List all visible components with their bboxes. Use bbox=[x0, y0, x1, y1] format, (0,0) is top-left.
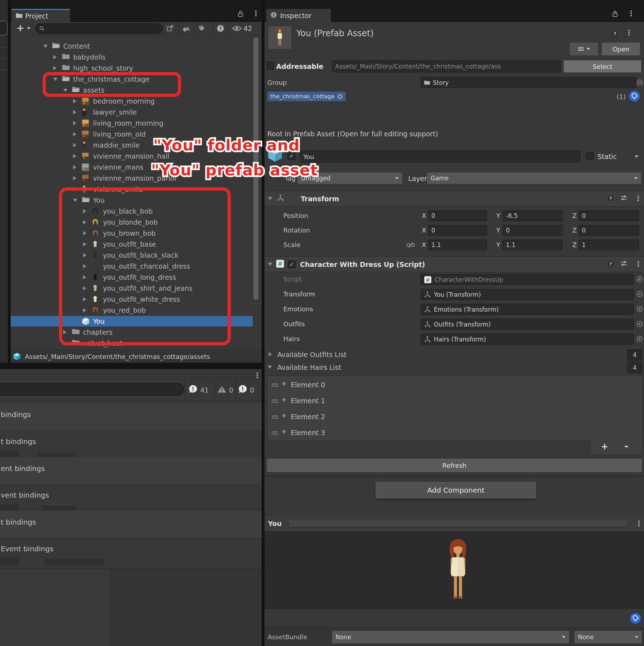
hairs-list-count[interactable]: 4 bbox=[627, 362, 642, 373]
tree-row[interactable]: assets bbox=[11, 85, 253, 95]
foldout-open-icon[interactable] bbox=[53, 78, 58, 81]
object-pick-icon[interactable] bbox=[636, 335, 643, 344]
preview-drag-handle[interactable] bbox=[289, 521, 627, 526]
foldout-closed-icon[interactable] bbox=[83, 209, 86, 213]
tree-row[interactable]: you_outfit_long_dress bbox=[11, 272, 253, 283]
console-log-entry[interactable]: vent bindings bbox=[0, 484, 262, 511]
foldout-closed-icon[interactable] bbox=[83, 297, 86, 301]
list-element-row[interactable]: Element 0 bbox=[267, 379, 642, 392]
foldout-closed-icon[interactable] bbox=[283, 429, 286, 434]
layer-dropdown[interactable]: Game bbox=[427, 173, 641, 184]
tree-row[interactable]: living_room_old bbox=[11, 129, 253, 139]
gameobject-active-checkbox[interactable]: ✓ bbox=[288, 152, 295, 160]
tree-row[interactable]: you_outfit_black_slack bbox=[11, 250, 253, 261]
group-pick-icon[interactable] bbox=[637, 79, 643, 87]
list-view-button[interactable] bbox=[570, 43, 598, 55]
foldout-icon[interactable] bbox=[268, 197, 272, 200]
component-kebab-icon[interactable]: ⋮ bbox=[634, 261, 642, 268]
list-remove-button[interactable]: - bbox=[624, 441, 628, 451]
foldout-closed-icon[interactable] bbox=[283, 382, 286, 386]
foldout-closed-icon[interactable] bbox=[73, 187, 76, 191]
list-element-row[interactable]: Element 2 bbox=[267, 411, 642, 423]
foldout-closed-icon[interactable] bbox=[83, 286, 86, 290]
select-button[interactable]: Select bbox=[564, 60, 641, 72]
help-icon[interactable]: ? bbox=[611, 30, 618, 38]
foldout-closed-icon[interactable] bbox=[83, 308, 86, 312]
error-count-button[interactable]: 0 bbox=[238, 385, 254, 395]
tree-row[interactable]: you_brown_bob bbox=[11, 228, 253, 239]
gameobject-name-field[interactable]: You bbox=[300, 150, 580, 163]
console-search-input[interactable] bbox=[0, 383, 184, 396]
assetbundle-variant-dropdown[interactable]: None bbox=[574, 631, 642, 644]
axis-field[interactable]: 0 bbox=[503, 225, 563, 236]
object-pick-icon[interactable] bbox=[636, 321, 643, 329]
refresh-button[interactable]: Refresh bbox=[267, 459, 642, 472]
info-count-button[interactable]: 41 bbox=[188, 385, 209, 395]
axis-field[interactable]: 0 bbox=[579, 210, 639, 221]
tree-row[interactable]: vivienne_mans bbox=[11, 162, 253, 173]
console-log-entry[interactable]: ent bindings bbox=[0, 457, 262, 484]
addressable-path-field[interactable]: Assets/_Main/Story/Content/the_christmas… bbox=[332, 60, 561, 72]
tree-row[interactable]: high_school_story bbox=[11, 63, 253, 73]
foldout-closed-icon[interactable] bbox=[83, 220, 86, 224]
asset-kebab-icon[interactable]: ⋮ bbox=[625, 29, 633, 37]
label-chip[interactable]: the_christmas_cottage bbox=[267, 92, 346, 101]
foldout-closed-icon[interactable] bbox=[73, 143, 76, 147]
console-log-entry[interactable]: bindings bbox=[0, 403, 262, 430]
tree-row[interactable]: bedroom_morning bbox=[11, 96, 253, 106]
help-icon[interactable]: ? bbox=[607, 195, 614, 203]
open-button[interactable]: Open bbox=[602, 43, 640, 55]
tree-row[interactable]: vivienne_mansion_parlor bbox=[11, 173, 253, 184]
broken-link-icon[interactable] bbox=[406, 242, 415, 250]
object-reference-field[interactable]: Emotions (Transform) bbox=[421, 304, 634, 315]
object-pick-icon[interactable] bbox=[636, 276, 643, 284]
project-scrollbar[interactable] bbox=[253, 37, 258, 300]
object-reference-field[interactable]: You (Transform) bbox=[421, 289, 634, 300]
list-element-row[interactable]: Element 1 bbox=[267, 395, 642, 407]
foldout-open-icon[interactable] bbox=[43, 45, 48, 48]
tree-row[interactable]: you_outfit_charcoal_dress bbox=[11, 261, 253, 272]
component-kebab-icon[interactable]: ⋮ bbox=[634, 195, 642, 202]
tree-row[interactable]: Content bbox=[11, 41, 253, 51]
outfits-list-count[interactable]: 4 bbox=[627, 349, 642, 361]
foldout-icon[interactable] bbox=[269, 352, 272, 356]
preview-header[interactable]: You ⋮ bbox=[264, 515, 644, 532]
foldout-closed-icon[interactable] bbox=[83, 253, 86, 257]
object-reference-field[interactable]: #CharacterWithDressUp bbox=[421, 274, 634, 285]
axis-field[interactable]: 0 bbox=[428, 210, 487, 221]
foldout-open-icon[interactable] bbox=[63, 89, 67, 92]
tree-row[interactable]: you_outfit_shirt_and_jeans bbox=[11, 283, 253, 294]
tree-row[interactable]: you_outfit_base bbox=[11, 239, 253, 250]
foldout-closed-icon[interactable] bbox=[73, 154, 76, 158]
tree-row[interactable]: vivienne_mansion_hall bbox=[11, 151, 253, 162]
inspector-lock-icon[interactable] bbox=[612, 10, 618, 18]
foldout-closed-icon[interactable] bbox=[73, 165, 76, 169]
assetbundle-dropdown[interactable]: None bbox=[332, 631, 569, 644]
foldout-closed-icon[interactable] bbox=[83, 231, 86, 235]
addressable-checkbox[interactable] bbox=[266, 62, 274, 70]
tree-row[interactable]: the_christmas_cottage bbox=[11, 74, 253, 84]
warning-count-button[interactable]: 0 bbox=[217, 385, 233, 395]
tree-row[interactable]: babydolls bbox=[11, 52, 253, 62]
foldout-closed-icon[interactable] bbox=[83, 275, 86, 279]
axis-field[interactable]: 1 bbox=[579, 240, 639, 250]
tree-row[interactable]: vivienne_smile bbox=[11, 184, 253, 195]
static-checkbox[interactable] bbox=[586, 152, 594, 160]
foldout-icon[interactable] bbox=[268, 366, 272, 369]
tree-row[interactable]: you_red_bob bbox=[11, 305, 253, 316]
axis-field[interactable]: 0 bbox=[428, 225, 487, 236]
script-component-header[interactable]: # ✓ Character With Dress Up (Script) ? ⋮ bbox=[264, 256, 644, 272]
tree-row[interactable]: chapters bbox=[11, 327, 253, 338]
group-field[interactable]: Story bbox=[421, 77, 636, 88]
static-dropdown-icon[interactable] bbox=[635, 155, 638, 158]
foldout-closed-icon[interactable] bbox=[83, 264, 86, 268]
presets-icon[interactable] bbox=[621, 195, 627, 202]
foldout-closed-icon[interactable] bbox=[63, 330, 66, 334]
help-icon[interactable]: ? bbox=[607, 260, 614, 269]
foldout-closed-icon[interactable] bbox=[73, 132, 76, 136]
tab-inspector[interactable]: Inspector bbox=[266, 9, 331, 22]
axis-field[interactable]: 1.1 bbox=[428, 240, 487, 250]
foldout-closed-icon[interactable] bbox=[73, 121, 76, 125]
console-menu-kebab-icon[interactable]: ⋮ bbox=[253, 372, 261, 379]
object-pick-icon[interactable] bbox=[636, 306, 643, 314]
